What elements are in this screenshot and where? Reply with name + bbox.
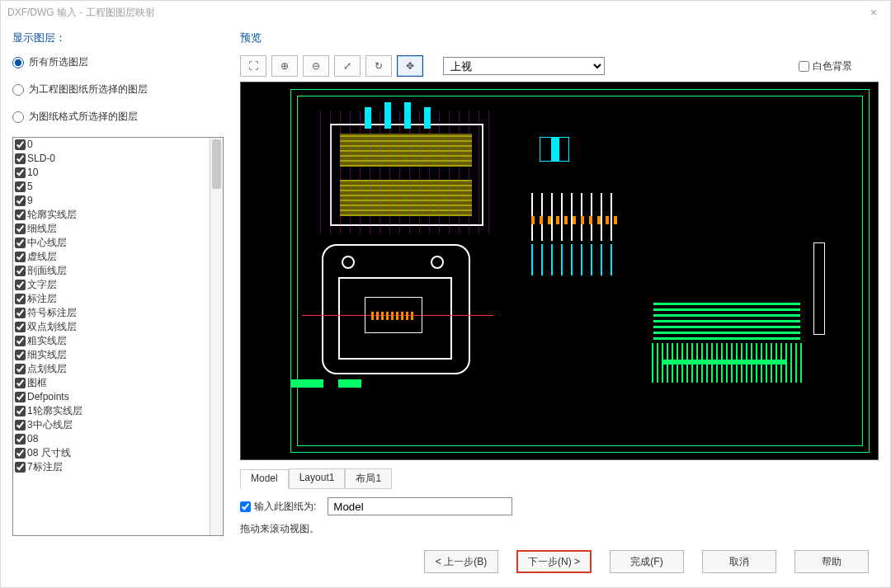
layer-item[interactable]: 粗实线层 [13,334,210,348]
layer-name: 虚线层 [27,250,57,264]
layer-item[interactable]: 0 [13,138,210,152]
preview-label: 预览 [240,31,879,45]
pan-icon: ✥ [406,60,414,72]
radio-format-input[interactable] [12,111,24,123]
layer-checkbox[interactable] [15,167,26,178]
layer-item[interactable]: 文字层 [13,278,210,292]
layer-item[interactable]: SLD-0 [13,152,210,166]
layer-checkbox[interactable] [15,462,26,473]
layer-checkbox[interactable] [15,392,26,402]
layer-item[interactable]: 细实线层 [13,348,210,362]
layer-item[interactable]: 中心线层 [13,236,210,250]
layer-checkbox[interactable] [15,223,26,234]
white-bg-input[interactable] [799,61,809,72]
finish-button[interactable]: 完成(F) [610,550,684,573]
layer-name: 08 [27,432,38,446]
layer-checkbox[interactable] [15,181,26,192]
layer-item[interactable]: 9 [13,194,210,208]
layer-checkbox[interactable] [15,280,26,290]
layer-item[interactable]: Defpoints [13,390,210,404]
import-as-input[interactable] [240,501,251,512]
layer-name: 文字层 [27,278,57,292]
layer-item[interactable]: 10 [13,166,210,180]
layer-item[interactable]: 3中心线层 [13,418,210,432]
layer-item[interactable]: 虚线层 [13,250,210,264]
import-as-field[interactable] [328,497,512,515]
layer-checkbox[interactable] [15,195,26,206]
radio-drawing-input[interactable] [12,84,24,96]
layer-name: Defpoints [27,390,69,404]
layer-name: 1轮廓实线层 [27,404,82,418]
radio-all-input[interactable] [12,57,24,68]
import-as-checkbox[interactable]: 输入此图纸为: [240,500,316,514]
sheet-tabs: Model Layout1 布局1 [240,468,879,489]
layer-item[interactable]: 标注层 [13,292,210,306]
layer-item[interactable]: 轮廓实线层 [13,208,210,222]
help-button[interactable]: 帮助 [794,550,869,573]
layer-item[interactable]: 08 尺寸线 [13,446,210,460]
button-bar: < 上一步(B) 下一步(N) > 完成(F) 取消 帮助 [1,536,890,587]
white-background-checkbox[interactable]: 白色背景 [799,59,852,73]
back-button[interactable]: < 上一步(B) [424,550,498,573]
layer-item[interactable]: 剖面线层 [13,264,210,278]
view-orientation-select[interactable]: 上视 [443,57,605,75]
layer-item[interactable]: 细线层 [13,222,210,236]
scrollbar-vertical[interactable] [210,138,223,535]
layer-checkbox[interactable] [15,153,26,164]
layer-item[interactable]: 7标注层 [13,460,210,474]
radio-sheet-format-layers[interactable]: 为图纸格式所选择的图层 [12,110,224,124]
refresh-button[interactable]: ↻ [365,55,392,77]
layer-item[interactable]: 08 [13,432,210,446]
layer-item[interactable]: 点划线层 [13,362,210,376]
layer-checkbox[interactable] [15,266,26,276]
layer-item[interactable]: 双点划线层 [13,320,210,334]
layer-checkbox[interactable] [15,420,26,430]
layer-name: 中心线层 [27,236,67,250]
pan-button[interactable]: ✥ [397,55,423,77]
layer-checkbox[interactable] [15,378,26,388]
tab-layout1[interactable]: Layout1 [289,468,346,489]
zoom-out-button[interactable]: ⊖ [303,55,329,77]
dialog-body: 显示图层： 所有所选图层 为工程图图纸所选择的图层 为图纸格式所选择的图层 0S… [1,24,890,536]
layer-name: 7标注层 [27,460,63,474]
layer-checkbox[interactable] [15,364,26,374]
preview-canvas[interactable] [240,82,879,460]
close-icon[interactable]: × [864,2,884,22]
layer-checkbox[interactable] [15,350,26,360]
layer-item[interactable]: 1轮廓实线层 [13,404,210,418]
radio-all-selected-layers[interactable]: 所有所选图层 [12,55,224,69]
tab-model[interactable]: Model [240,469,289,490]
layer-name: 图框 [27,376,47,390]
layer-name: 剖面线层 [27,264,67,278]
layer-checkbox[interactable] [15,322,26,332]
layer-checkbox[interactable] [15,209,26,220]
layer-checkbox[interactable] [15,406,26,416]
layer-name: 细实线层 [27,348,67,362]
layer-item[interactable]: 符号标注层 [13,306,210,320]
layer-name: 点划线层 [27,362,67,376]
zoom-in-button[interactable]: ⊕ [271,55,298,77]
layer-item[interactable]: 5 [13,180,210,194]
radio-drawing-sheet-layers[interactable]: 为工程图图纸所选择的图层 [12,82,224,96]
layer-scroll[interactable]: 0SLD-01059轮廓实线层细线层中心线层虚线层剖面线层文字层标注层符号标注层… [13,138,210,535]
next-button[interactable]: 下一步(N) > [516,550,592,573]
layer-checkbox[interactable] [15,139,26,150]
layer-checkbox[interactable] [15,336,26,346]
zoom-area-button[interactable]: ⛶ [240,55,266,77]
layer-checkbox[interactable] [15,448,26,459]
white-bg-label: 白色背景 [813,59,852,73]
layer-name: 08 尺寸线 [27,446,71,460]
layer-checkbox[interactable] [15,252,26,262]
zoom-in-icon: ⊕ [280,60,289,72]
layer-checkbox[interactable] [15,308,26,318]
radio-drawing-label: 为工程图图纸所选择的图层 [29,82,148,96]
layer-checkbox[interactable] [15,294,26,304]
cancel-button[interactable]: 取消 [702,550,776,573]
layer-item[interactable]: 图框 [13,376,210,390]
zoom-fit-button[interactable]: ⤢ [334,55,361,77]
layer-checkbox[interactable] [15,434,26,445]
import-row: 输入此图纸为: [240,497,879,515]
layer-checkbox[interactable] [15,238,26,248]
tab-layout2[interactable]: 布局1 [345,468,392,489]
preview-toolbar: ⛶ ⊕ ⊖ ⤢ ↻ ✥ 上视 白色背景 [240,55,879,77]
